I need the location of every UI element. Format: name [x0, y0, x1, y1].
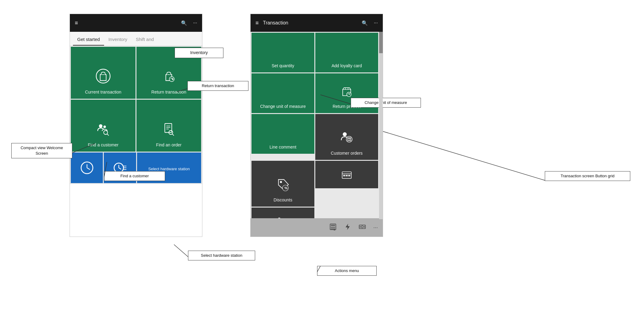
svg-line-53	[383, 131, 545, 180]
svg-rect-36	[331, 225, 335, 226]
svg-line-11	[172, 134, 174, 135]
find-customer-icon	[95, 121, 111, 140]
svg-rect-39	[334, 227, 335, 228]
annotation-actions-menu: Actions menu	[317, 266, 377, 276]
search-icon-left[interactable]: 🔍	[181, 20, 187, 26]
left-phone: ≡ 🔍 ··· Get started Inventory Shift and …	[70, 14, 202, 237]
tile-current-transaction[interactable]: Current transaction	[71, 47, 136, 99]
svg-point-25	[280, 181, 282, 183]
svg-marker-43	[346, 224, 350, 230]
shopping-bag-icon	[95, 68, 111, 87]
svg-rect-6	[165, 123, 172, 132]
tab-get-started[interactable]: Get started	[73, 34, 104, 46]
tile-find-order[interactable]: Find an order	[136, 100, 201, 152]
svg-rect-31	[346, 175, 348, 176]
svg-rect-42	[334, 228, 335, 230]
tile-discounts-label: Discounts	[271, 197, 295, 202]
tile-return-transaction-label: Return transaction	[149, 90, 189, 94]
left-phone-header: ≡ 🔍 ···	[70, 14, 202, 32]
svg-point-0	[96, 69, 110, 83]
svg-rect-32	[348, 175, 350, 176]
hamburger-icon-left[interactable]: ≡	[75, 20, 79, 26]
svg-rect-30	[343, 175, 345, 176]
annotation-find-customer: Find a customer	[104, 171, 165, 181]
calculator-icon[interactable]	[329, 223, 337, 232]
tile-add-loyalty-label: Add loyalty card	[329, 63, 364, 68]
cash-icon[interactable]	[359, 223, 366, 232]
tile-line-comment-label: Line comment	[267, 145, 299, 149]
svg-text:%: %	[284, 186, 288, 190]
svg-rect-37	[331, 227, 332, 228]
tile-set-quantity[interactable]: Set quantity	[251, 33, 314, 72]
clock-icon-1	[80, 161, 94, 175]
tile-discounts[interactable]: % Discounts	[251, 161, 314, 207]
tile-change-uom-label: Change unit of measure	[258, 104, 308, 109]
right-header-title: Transaction	[263, 20, 358, 26]
annotation-select-hardware: Select hardware station	[188, 251, 255, 260]
svg-point-3	[103, 126, 106, 128]
left-button-grid-top: Current transaction Return transaction	[70, 46, 202, 153]
more-toolbar-icon[interactable]: ···	[373, 224, 378, 231]
tile-action-2[interactable]	[251, 208, 314, 219]
svg-line-5	[107, 134, 109, 135]
tile-action-1[interactable]	[315, 161, 378, 188]
tile-line-comment[interactable]: Line comment	[251, 114, 314, 154]
svg-point-2	[99, 124, 102, 128]
action-1-icon	[341, 169, 353, 184]
annotation-compact-view: Compact view Welcome Screen	[11, 143, 72, 158]
tile-select-hardware-label: Select hardware station	[148, 167, 190, 171]
hamburger-icon-right[interactable]: ≡	[255, 20, 259, 26]
tile-customer-orders-label: Customer orders	[328, 151, 365, 156]
annotation-inventory: Inventory	[175, 48, 223, 58]
right-button-grid-container: Set quantity Add loyalty card Change uni…	[251, 32, 383, 219]
svg-rect-38	[332, 227, 334, 228]
svg-point-21	[347, 92, 351, 97]
tile-set-quantity-label: Set quantity	[269, 63, 297, 68]
svg-rect-41	[332, 228, 334, 229]
bottom-toolbar: ···	[251, 218, 383, 237]
more-icon-left[interactable]: ···	[193, 20, 197, 26]
svg-line-51	[174, 245, 188, 257]
customer-orders-icon	[339, 129, 355, 148]
scroll-rail[interactable]	[379, 32, 383, 219]
tile-change-uom[interactable]: Change unit of measure	[251, 73, 314, 113]
tile-find-customer[interactable]: Find a customer	[71, 100, 136, 152]
svg-line-17	[119, 168, 121, 169]
tab-inventory[interactable]: Inventory	[104, 34, 132, 46]
annotation-return-transaction: Return transaction	[187, 81, 248, 91]
find-order-icon	[161, 121, 177, 140]
tab-shift[interactable]: Shift and	[132, 34, 158, 46]
right-phone-header: ≡ Transaction 🔍 ···	[251, 14, 383, 32]
tile-clock-in[interactable]	[71, 153, 103, 183]
return-bag-icon	[161, 68, 177, 87]
right-phone: ≡ Transaction 🔍 ··· Set quantity Add loy…	[250, 14, 383, 237]
more-icon-right[interactable]: ···	[374, 20, 378, 26]
nav-tabs-left: Get started Inventory Shift and	[70, 32, 202, 46]
tile-customer-orders[interactable]: Customer orders	[315, 114, 378, 160]
tile-find-customer-label: Find a customer	[85, 142, 121, 147]
svg-point-45	[361, 226, 364, 228]
discounts-icon: %	[275, 176, 291, 195]
svg-point-22	[343, 132, 347, 136]
tile-current-transaction-label: Current transaction	[82, 90, 124, 94]
lightning-icon[interactable]	[344, 223, 351, 232]
svg-line-14	[87, 168, 90, 170]
scroll-thumb[interactable]	[379, 32, 383, 53]
tile-add-loyalty[interactable]: Add loyalty card	[315, 33, 378, 72]
svg-rect-40	[331, 228, 332, 229]
search-icon-right[interactable]: 🔍	[362, 20, 368, 26]
tile-find-order-label: Find an order	[154, 142, 184, 147]
annotation-change-uom: Change unit of measure	[351, 98, 421, 108]
annotation-transaction-button-grid: Transaction screen Button grid	[545, 171, 630, 181]
